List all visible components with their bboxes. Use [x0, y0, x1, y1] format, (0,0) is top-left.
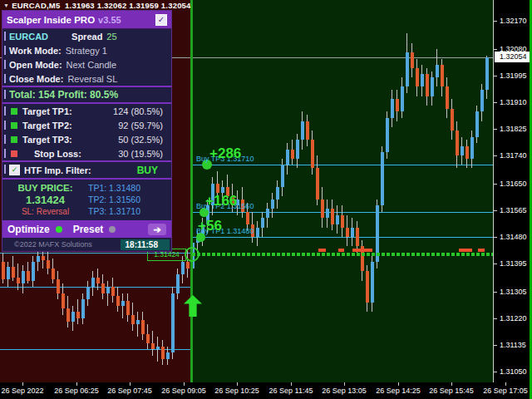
- time-axis-label: 26 Sep 06:25: [54, 387, 99, 395]
- row-accent-bar: [4, 121, 6, 130]
- entry-circle-marker: [185, 247, 200, 262]
- chart-symbol-label: EURCAD,M5: [12, 1, 60, 10]
- tp1-price: TP1: 1.31480: [88, 182, 168, 194]
- close-mode-row: Close Mode: Reversal SL: [2, 71, 171, 86]
- time-axis[interactable]: 26 Sep 202226 Sep 06:2526 Sep 07:4526 Se…: [0, 382, 532, 399]
- htf-filter-checkbox[interactable]: ✓: [9, 165, 20, 175]
- price-axis-label: 1.31825: [500, 125, 527, 133]
- price-axis-label: 1.31305: [500, 288, 527, 296]
- price-axis-tick: [494, 184, 497, 185]
- time-axis-tick: [344, 382, 345, 386]
- price-axis-label: 1.31995: [500, 71, 527, 80]
- price-axis-label: 1.31480: [500, 233, 527, 241]
- row-accent-bar: [4, 149, 6, 158]
- price-axis-label: 1.31220: [500, 314, 527, 323]
- chart-title: ▼EURCAD,M5 1.31963 1.32062 1.31959 1.320…: [3, 1, 191, 10]
- tp1-label: Target TP1:: [22, 106, 72, 116]
- time-axis-tick: [398, 382, 399, 386]
- price-axis-tick: [494, 129, 497, 130]
- chevron-down-icon[interactable]: ▼: [3, 2, 9, 8]
- work-mode-value: Strategy 1: [66, 46, 107, 56]
- time-axis-tick: [291, 382, 292, 386]
- target-tp1-row: Target TP1: 124 (80.5%): [2, 104, 171, 118]
- mt4-chart-window: Buy TP3 1.31710+286Buy TP2 1.31560+166Bu…: [0, 0, 532, 399]
- time-axis-label: 26 Sep 07:45: [107, 387, 152, 395]
- time-axis-tick: [130, 382, 131, 386]
- total-profit-text: Total: 154 Profit: 80.5%: [9, 89, 118, 101]
- price-axis-tick: [494, 237, 497, 238]
- preset-status-dot: [109, 226, 116, 233]
- time-axis-label: 26 Sep 17:05: [483, 387, 528, 395]
- tp3-status-icon: [11, 136, 17, 143]
- row-accent-bar: [4, 60, 6, 69]
- panel-version: v3.55: [98, 15, 121, 25]
- row-accent-bar: [4, 90, 6, 99]
- close-signal-dash: [338, 249, 344, 252]
- htf-filter-row: ✓ HTF Imp. Filter: BUY: [2, 162, 171, 178]
- spread-label: Spread: [71, 32, 102, 42]
- time-axis-label: 26 Sep 11:45: [269, 387, 313, 395]
- stop-loss-status-icon: [11, 150, 17, 157]
- stop-loss-mode: SL: Reversal: [6, 206, 85, 217]
- price-axis-tick: [494, 264, 497, 264]
- price-axis-label: 1.31650: [500, 180, 527, 188]
- time-axis-tick: [237, 382, 238, 386]
- time-axis-label: 26 Sep 14:25: [376, 387, 421, 395]
- htf-filter-value: BUY: [137, 165, 158, 176]
- stop-loss-value: 30 (19.5%): [118, 149, 163, 159]
- tp-profit-label: +286: [209, 145, 241, 162]
- time-axis-label: 26 Sep 09:05: [161, 387, 206, 395]
- panel-enabled-checkbox[interactable]: ✓: [155, 14, 167, 26]
- price-axis[interactable]: 1.321701.320801.319951.319101.318251.317…: [494, 0, 532, 382]
- spread-value: 25: [106, 32, 116, 42]
- preset-button[interactable]: Preset: [73, 224, 104, 235]
- work-mode-row: Work Mode: Strategy 1: [2, 43, 171, 57]
- price-axis-label: 1.31135: [500, 341, 526, 349]
- stop-loss-label: Stop Loss:: [34, 149, 81, 159]
- symbol-row: EURCAD Spread 25: [2, 29, 171, 43]
- session-timer: 18:11:58: [121, 239, 170, 250]
- time-axis-label: 26 Sep 15:45: [429, 387, 474, 395]
- tp2-status-icon: [11, 122, 17, 129]
- price-axis-tick: [494, 21, 497, 22]
- tp-profit-label: +166: [205, 193, 237, 209]
- price-axis-label: 1.31565: [500, 206, 527, 214]
- expand-arrow-button[interactable]: ➔: [148, 224, 166, 235]
- price-axis-tick: [494, 372, 497, 372]
- optimize-button[interactable]: Optimize: [7, 224, 50, 235]
- tp1-value: 124 (80.5%): [113, 106, 163, 116]
- time-axis-tick: [184, 382, 185, 386]
- scalper-inside-pro-panel: Scalper Inside PRO v3.55 ✓ EURCAD Spread…: [2, 10, 172, 252]
- current-price-tag: 1.32054: [495, 52, 532, 62]
- time-axis-tick: [22, 382, 23, 386]
- htf-filter-label: HTF Imp. Filter:: [24, 165, 91, 175]
- buy-arrow-icon: [184, 295, 202, 317]
- tp3-price: TP3: 1.31710: [88, 205, 168, 217]
- target-tp3-row: Target TP3: 50 (32.5%): [2, 132, 171, 146]
- entry-dashed-line: [192, 253, 494, 256]
- price-axis-tick: [494, 76, 497, 76]
- panel-title: Scalper Inside PRO: [7, 15, 95, 25]
- price-axis-tick: [494, 49, 497, 50]
- close-signal-dash: [318, 249, 326, 252]
- price-axis-tick: [494, 102, 497, 103]
- panel-actions-row: Optimize Preset ➔: [2, 220, 171, 238]
- price-axis-label: 1.31910: [500, 98, 527, 106]
- panel-header[interactable]: Scalper Inside PRO v3.55 ✓: [2, 11, 171, 29]
- row-accent-bar: [4, 32, 6, 41]
- time-axis-tick: [505, 382, 506, 386]
- optimize-status-dot: [56, 226, 62, 233]
- time-axis-label: 26 Sep 13:05: [322, 387, 367, 395]
- time-axis-tick: [451, 382, 452, 386]
- price-axis-label: 1.31050: [500, 367, 527, 376]
- close-signal-dash: [352, 249, 372, 252]
- buy-price-label: BUY PRICE:: [6, 182, 85, 194]
- close-signal-dash: [459, 249, 472, 252]
- close-signal-dash: [478, 249, 485, 252]
- target-tp2-row: Target TP2: 92 (59.7%): [2, 118, 171, 132]
- tp3-label: Target TP3:: [22, 135, 72, 145]
- open-mode-value: Next Candle: [66, 60, 117, 70]
- work-mode-label: Work Mode:: [9, 46, 62, 56]
- row-accent-bar: [4, 135, 6, 144]
- row-accent-bar: [4, 46, 6, 55]
